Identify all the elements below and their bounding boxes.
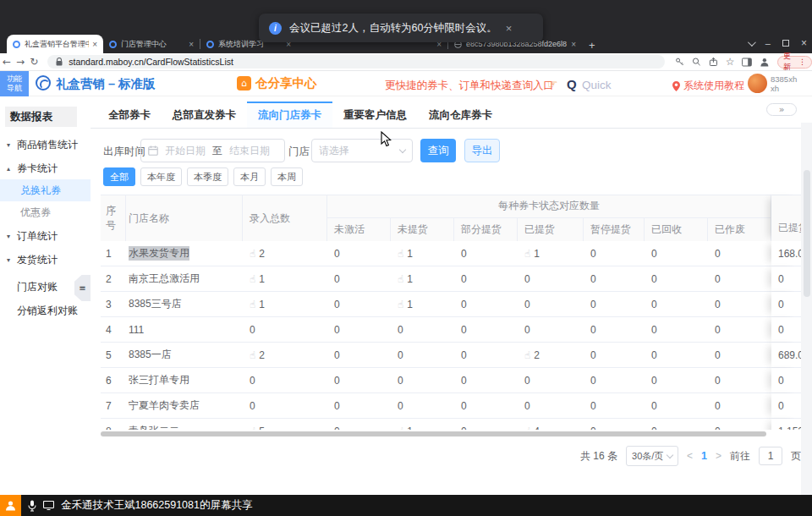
search-button[interactable]: 查询: [420, 139, 456, 162]
warehouse-share-center-link[interactable]: ⌂ 仓分享中心: [237, 75, 317, 91]
share-icon[interactable]: [709, 57, 718, 67]
pointer-hand-icon[interactable]: ☝: [250, 299, 255, 310]
expand-button[interactable]: »: [766, 103, 797, 116]
quick-search-label[interactable]: Quick: [582, 79, 612, 91]
maximize-icon[interactable]: [782, 40, 789, 47]
sidebar-item-order-stats[interactable]: ▾ 订单统计: [0, 225, 91, 247]
header-recycled: 已回收: [645, 218, 708, 241]
page-size-select[interactable]: 30条/页: [626, 446, 678, 466]
chevron-down-icon[interactable]: [748, 38, 756, 47]
browser-tab-1[interactable]: 礼盒营销平台管理中心 ×: [7, 35, 103, 53]
table-cell[interactable]: ☝2: [243, 343, 327, 367]
table-cell[interactable]: ☝1: [518, 241, 584, 266]
vertical-scrollbar-thumb[interactable]: [804, 170, 810, 297]
user-avatar[interactable]: [748, 74, 767, 93]
tab-close-icon[interactable]: ×: [189, 40, 194, 49]
pointer-hand-icon[interactable]: ☝: [398, 273, 403, 285]
sidebar-item-exchange-coupon[interactable]: 兑换礼券: [0, 179, 91, 201]
header-partially-picked: 部分提货: [454, 218, 518, 241]
pointer-hand-icon[interactable]: ☝: [524, 248, 530, 260]
horizontal-scrollbar-thumb[interactable]: [101, 431, 766, 436]
current-page[interactable]: 1: [701, 450, 707, 462]
table-cell: 0: [708, 343, 771, 367]
browser-tab-2[interactable]: 门店管理中心 ×: [103, 35, 200, 53]
minimize-icon[interactable]: –: [765, 38, 771, 48]
pointer-hand-icon[interactable]: ☝: [524, 425, 530, 431]
profile-icon[interactable]: [760, 57, 770, 68]
chip-this-week[interactable]: 本周: [271, 167, 303, 186]
table-cell[interactable]: ☝1: [391, 266, 454, 291]
chip-all[interactable]: 全部: [103, 167, 135, 186]
tab-store-flow-cards[interactable]: 流向门店券卡: [247, 102, 332, 128]
table-cell[interactable]: ☝1: [391, 419, 454, 430]
tutorial-link[interactable]: 系统使用教程: [672, 79, 744, 93]
goto-page-input[interactable]: [759, 447, 782, 465]
sidebar-item-card-stats[interactable]: ▴ 券卡统计: [0, 157, 91, 179]
table-cell[interactable]: ☝1: [391, 241, 454, 266]
sidebar-item-shipping-stats[interactable]: ▾ 发货统计: [0, 249, 91, 271]
sidebar-item-product-sales[interactable]: ▾ 商品销售统计: [0, 134, 91, 156]
zoom-icon[interactable]: [692, 57, 701, 67]
chip-this-month[interactable]: 本月: [233, 167, 266, 186]
tab-hq-direct-cards[interactable]: 总部直发券卡: [162, 102, 247, 128]
header-entered-total: 录入总数: [243, 195, 327, 241]
close-window-icon[interactable]: ×: [801, 37, 807, 49]
tab-favicon-icon: [13, 41, 20, 48]
picked-amount-cell: 0: [771, 292, 801, 316]
table-cell[interactable]: ☝4: [518, 419, 584, 430]
sidebar-item-rebate-reconciliation[interactable]: 分销返利对账: [0, 299, 91, 321]
more-vertical-icon[interactable]: ⋮: [798, 58, 806, 66]
forward-icon[interactable]: →: [14, 56, 27, 68]
table-cell: 0: [584, 292, 645, 316]
tab-close-icon[interactable]: ×: [571, 40, 576, 49]
sidebar-item-discount-coupon[interactable]: 优惠券: [0, 201, 91, 223]
table-row: 4111000000000: [101, 317, 801, 343]
function-nav-button[interactable]: 功能 导航: [0, 71, 29, 96]
quick-search-q-icon[interactable]: Q: [567, 77, 577, 91]
tab-warehouse-flow-cards[interactable]: 流向仓库券卡: [418, 102, 503, 128]
table-cell[interactable]: ☝1: [243, 292, 327, 316]
export-button[interactable]: 导出: [464, 139, 500, 162]
pointer-hand-icon[interactable]: ☝: [250, 349, 255, 361]
side-panel-icon[interactable]: [742, 58, 752, 67]
tab-all-cards[interactable]: 全部券卡: [97, 102, 162, 128]
header-picked: 已提货: [518, 218, 584, 241]
table-cell: 0: [584, 241, 645, 266]
picked-amount-cell: 0: [771, 368, 801, 392]
table-cell[interactable]: ☝1: [391, 292, 454, 316]
notification-close-icon[interactable]: ×: [506, 22, 513, 35]
table-cell[interactable]: ☝1: [243, 266, 327, 291]
date-range-input[interactable]: 开始日期 至 结束日期: [140, 139, 285, 162]
pointer-hand-icon[interactable]: ☝: [250, 273, 255, 285]
reload-icon[interactable]: ↻: [27, 56, 41, 68]
update-button[interactable]: 更新 ⋮: [777, 56, 812, 69]
new-tab-button[interactable]: +: [582, 39, 602, 52]
sidebar: 数据报表 ▾ 商品销售统计 ▴ 券卡统计 兑换礼券 优惠券 ▾ 订单统计 ▾ 发…: [0, 96, 91, 495]
store-name-cell: 8385一店: [126, 343, 243, 367]
back-icon[interactable]: ←: [0, 56, 14, 68]
chip-this-quarter[interactable]: 本季度: [187, 167, 228, 186]
pointer-hand-icon[interactable]: ☝: [398, 299, 403, 310]
chevron-down-icon: [667, 451, 673, 458]
pointer-hand-icon[interactable]: ☝: [398, 248, 403, 260]
next-page-icon[interactable]: >: [716, 450, 721, 462]
table-cell[interactable]: ☝2: [243, 241, 327, 266]
bookmark-star-icon[interactable]: ☆: [726, 56, 735, 68]
pointer-hand-icon[interactable]: ☝: [524, 349, 530, 361]
table-cell: 0: [327, 292, 391, 316]
chip-this-year[interactable]: 本年度: [140, 167, 182, 186]
pointer-hand-icon[interactable]: ☝: [250, 425, 255, 431]
url-bar[interactable]: standard.maboy.cn/CardFlowStatisticsList: [47, 55, 665, 69]
pointer-hand-icon[interactable]: ☝: [250, 248, 255, 260]
store-select[interactable]: 请选择: [311, 139, 413, 162]
key-icon[interactable]: [675, 57, 684, 67]
tab-key-customer-info[interactable]: 重要客户信息: [332, 102, 418, 128]
sidebar-section-title: 数据报表: [5, 107, 77, 127]
table-cell[interactable]: ☝2: [518, 343, 584, 367]
pointer-hand-icon[interactable]: ☝: [398, 425, 403, 431]
prev-page-icon[interactable]: <: [687, 450, 693, 462]
tab-close-icon[interactable]: ×: [92, 40, 97, 49]
meeting-notification-toast: i 会议已超过2人，自动转为60分钟限时会议。 ×: [259, 14, 543, 42]
table-cell: 0: [584, 393, 645, 418]
table-cell[interactable]: ☝5: [243, 419, 327, 430]
